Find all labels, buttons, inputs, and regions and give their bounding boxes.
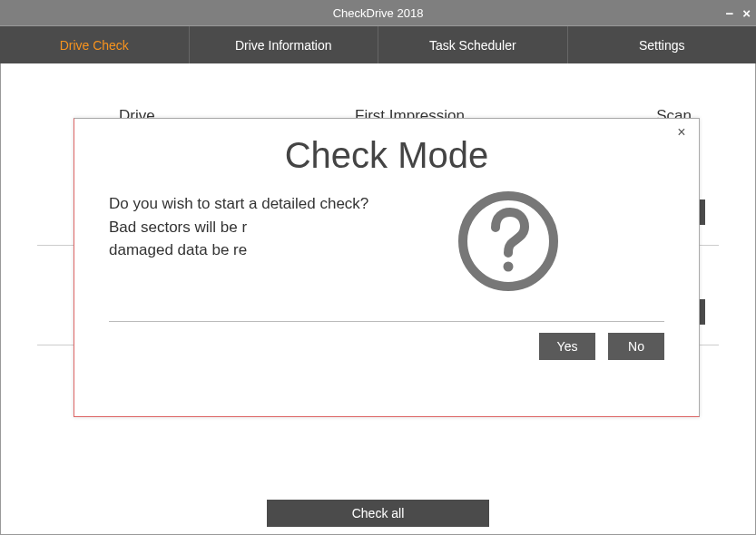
- no-label: No: [628, 339, 644, 354]
- dialog-body: Do you wish to start a detailed check? B…: [109, 192, 664, 296]
- svg-point-1: [504, 262, 514, 272]
- window-controls: − ×: [725, 0, 751, 25]
- dialog-buttons: Yes No: [109, 333, 664, 360]
- footer: Check all: [1, 500, 755, 527]
- titlebar: CheckDrive 2018 − ×: [0, 0, 756, 25]
- tab-settings[interactable]: Settings: [568, 26, 757, 63]
- dialog-title: Check Mode: [109, 135, 664, 176]
- tab-label: Drive Information: [235, 38, 332, 53]
- tab-drive-information[interactable]: Drive Information: [190, 26, 379, 63]
- check-all-label: Check all: [352, 506, 405, 520]
- dialog-line: damaged data be re: [109, 238, 436, 262]
- tab-task-scheduler[interactable]: Task Scheduler: [378, 26, 568, 63]
- window-title: CheckDrive 2018: [333, 6, 424, 20]
- no-button[interactable]: No: [608, 333, 664, 360]
- tab-label: Settings: [639, 38, 685, 53]
- check-all-button[interactable]: Check all: [267, 500, 489, 527]
- yes-button[interactable]: Yes: [539, 333, 595, 360]
- dialog-close-button[interactable]: ×: [673, 124, 690, 141]
- check-mode-dialog: × Check Mode Do you wish to start a deta…: [74, 118, 700, 417]
- dialog-text: Do you wish to start a detailed check? B…: [109, 192, 436, 262]
- tab-label: Drive Check: [60, 38, 129, 53]
- yes-label: Yes: [557, 339, 578, 354]
- minimize-icon[interactable]: −: [725, 6, 733, 20]
- dialog-line: Do you wish to start a detailed check?: [109, 192, 436, 216]
- tab-label: Task Scheduler: [429, 38, 516, 53]
- dialog-separator: [109, 321, 664, 322]
- close-icon[interactable]: ×: [742, 6, 751, 20]
- main-area: Drive First Impression Scan Check all × …: [0, 63, 756, 535]
- tab-drive-check[interactable]: Drive Check: [0, 26, 190, 63]
- question-mark-icon: [454, 187, 563, 296]
- dialog-line: Bad sectors will be r: [109, 216, 436, 239]
- tab-bar: Drive Check Drive Information Task Sched…: [0, 25, 756, 63]
